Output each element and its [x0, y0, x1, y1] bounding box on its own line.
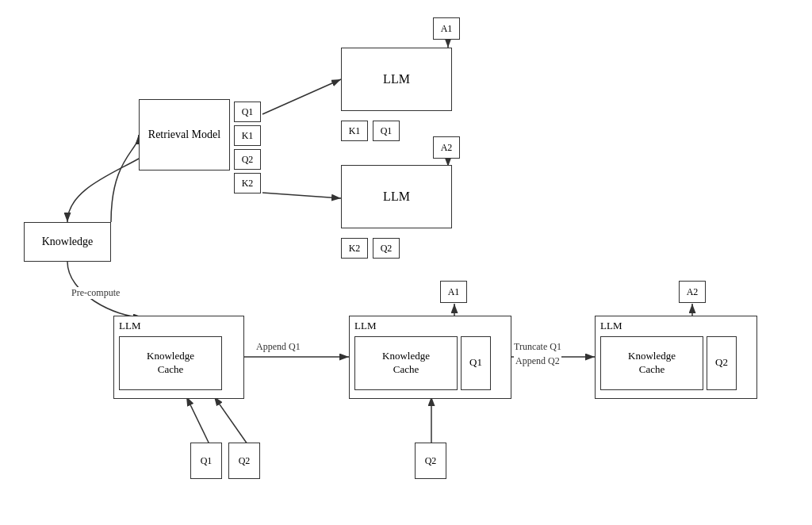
a1-bot-box: A1 — [440, 281, 467, 303]
k1-top-box: K1 — [341, 121, 368, 141]
k2-mid-box: K2 — [341, 238, 368, 259]
q1-top-box: Q1 — [373, 121, 400, 141]
llm-mid-label: LLM — [383, 189, 410, 205]
knowledge-cache-1-label: KnowledgeCache — [147, 350, 194, 377]
q2-mid-box: Q2 — [373, 238, 400, 259]
llm-top-box: LLM — [341, 48, 452, 111]
q2-bot2-label: Q2 — [425, 455, 437, 467]
a1-bot-label: A1 — [448, 286, 460, 298]
llm-kc3-top-label: LLM — [600, 320, 622, 333]
llm-kc3-outer-box: LLM KnowledgeCache Q2 — [595, 316, 757, 399]
knowledge-cache-1-box: KnowledgeCache — [119, 336, 222, 390]
svg-line-3 — [262, 193, 341, 198]
a1-top-label: A1 — [441, 23, 453, 35]
knowledge-cache-2-label: KnowledgeCache — [382, 350, 430, 377]
a2-bot-box: A2 — [679, 281, 706, 303]
k2-rm-box: K2 — [234, 173, 261, 194]
k1-rm-label: K1 — [242, 130, 254, 142]
q1-rm-box: Q1 — [234, 102, 261, 122]
a1-top-box: A1 — [433, 17, 460, 40]
q2-bot-box: Q2 — [228, 443, 260, 479]
q1-bot-label: Q1 — [201, 455, 213, 467]
retrieval-model-box: Retrieval Model — [139, 99, 230, 171]
svg-line-9 — [214, 397, 247, 444]
q1-kc2-box: Q1 — [461, 336, 491, 390]
knowledge-cache-3-box: KnowledgeCache — [600, 336, 703, 390]
retrieval-model-label: Retrieval Model — [148, 128, 220, 142]
append-q1-label: Append Q1 — [256, 341, 301, 353]
q1-kc2-label: Q1 — [469, 356, 482, 370]
q2-rm-box: Q2 — [234, 149, 261, 170]
q2-rm-label: Q2 — [242, 154, 254, 166]
a2-bot-label: A2 — [687, 286, 699, 298]
svg-line-8 — [186, 397, 209, 444]
q2-bot-label: Q2 — [239, 455, 251, 467]
truncate-q1-label: Truncate Q1 Append Q2 — [514, 339, 561, 368]
q2-mid-label: Q2 — [381, 243, 393, 255]
diagram: Knowledge Retrieval Model LLM LLM LLM Kn… — [0, 0, 812, 525]
llm-kc2-top-label: LLM — [354, 320, 376, 333]
q2-bot2-box: Q2 — [415, 443, 446, 479]
truncate-line2: Append Q2 — [515, 355, 560, 366]
q2-kc3-label: Q2 — [715, 356, 728, 370]
k2-mid-label: K2 — [349, 243, 361, 255]
llm-mid-box: LLM — [341, 165, 452, 228]
pre-compute-label: Pre-compute — [71, 287, 120, 299]
k2-rm-label: K2 — [242, 178, 254, 190]
k1-top-label: K1 — [349, 125, 361, 137]
truncate-line1: Truncate Q1 — [514, 341, 561, 352]
llm-kc2-outer-box: LLM KnowledgeCache Q1 — [349, 316, 511, 399]
knowledge-cache-2-box: KnowledgeCache — [354, 336, 458, 390]
knowledge-box: Knowledge — [24, 222, 111, 262]
llm-kc1-top-label: LLM — [119, 320, 140, 333]
llm-top-label: LLM — [383, 71, 410, 88]
a2-mid-box: A2 — [433, 136, 460, 159]
knowledge-cache-3-label: KnowledgeCache — [628, 350, 676, 377]
q1-top-label: Q1 — [381, 125, 393, 137]
q1-rm-label: Q1 — [242, 106, 254, 118]
k1-rm-box: K1 — [234, 125, 261, 146]
svg-line-2 — [262, 79, 341, 114]
q2-kc3-box: Q2 — [707, 336, 737, 390]
a2-mid-label: A2 — [441, 142, 453, 154]
llm-kc1-outer-box: LLM KnowledgeCache — [113, 316, 244, 399]
knowledge-label: Knowledge — [42, 235, 94, 249]
q1-bot-box: Q1 — [190, 443, 222, 479]
